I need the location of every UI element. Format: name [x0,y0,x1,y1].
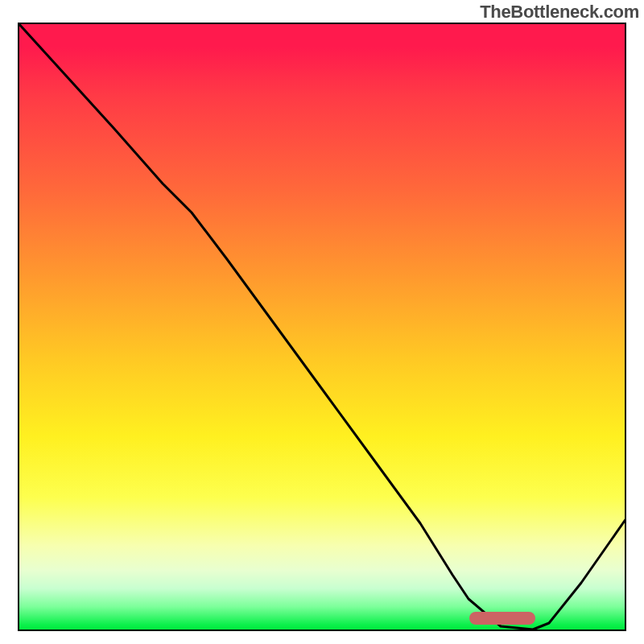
chart-curve [18,23,626,631]
watermark-text: TheBottleneck.com [480,2,639,23]
optimal-bar [469,612,535,625]
plot-area [18,23,626,631]
